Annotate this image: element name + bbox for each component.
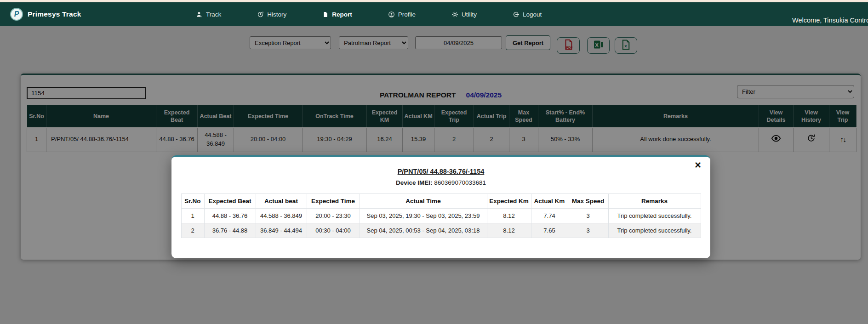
person-pin-icon xyxy=(196,11,203,18)
profile-icon xyxy=(388,11,395,18)
cell-expected-km: 8.12 xyxy=(487,209,531,223)
brand-name: Primesys Track xyxy=(28,10,81,18)
nav-item-utility[interactable]: Utility xyxy=(451,11,477,18)
imei-label: Device IMEI: xyxy=(396,179,433,186)
cell-max-speed: 3 xyxy=(568,209,608,223)
brand: P Primesys Track xyxy=(10,2,81,26)
nav-item-track[interactable]: Track xyxy=(196,11,221,18)
modal-title-link[interactable]: P/PNT/05/ 44.88-36.76/-1154 xyxy=(171,168,710,175)
cell-remarks: Trip completed successfully. xyxy=(608,223,701,238)
cell-actual-km: 7.65 xyxy=(531,223,568,238)
col-header: Expected Km xyxy=(487,194,531,209)
imei-value: 860369070033681 xyxy=(434,179,486,186)
nav-label: Track xyxy=(206,11,221,18)
cell-expected-beat: 44.88 - 36.76 xyxy=(204,209,256,223)
cell-actual-beat: 36.849 - 44.494 xyxy=(256,223,307,238)
nav-item-logout[interactable]: Logout xyxy=(513,11,542,18)
modal-table-row: 2 36.76 - 44.88 36.849 - 44.494 00:30 - … xyxy=(181,223,701,238)
logout-icon xyxy=(513,11,520,18)
cell-expected-time: 00:30 - 04:00 xyxy=(307,223,360,238)
main-nav: Track History Report Profile Utility Log… xyxy=(196,2,542,26)
nav-label: Utility xyxy=(462,11,477,18)
app-logo: P xyxy=(10,8,23,21)
cell-remarks: Trip completed successfully. xyxy=(608,209,701,223)
col-header: Expected Time xyxy=(307,194,360,209)
trip-details-table: Sr.No Expected Beat Actual beat Expected… xyxy=(181,193,701,238)
nav-label: Report xyxy=(332,11,352,18)
cell-expected-beat: 36.76 - 44.88 xyxy=(204,223,256,238)
cell-actual-time: Sep 04, 2025, 00:53 - Sep 04, 2025, 03:1… xyxy=(360,223,487,238)
cell-expected-km: 8.12 xyxy=(487,223,531,238)
col-header: Max Speed xyxy=(568,194,608,209)
cell-max-speed: 3 xyxy=(568,223,608,238)
nav-label: Logout xyxy=(523,11,542,18)
col-header: Remarks xyxy=(608,194,701,209)
col-header: Actual beat xyxy=(256,194,307,209)
col-header: Expected Beat xyxy=(204,194,256,209)
cell-actual-km: 7.74 xyxy=(531,209,568,223)
cell-sr-no: 1 xyxy=(181,209,204,223)
close-icon[interactable]: × xyxy=(695,159,701,171)
cell-actual-time: Sep 03, 2025, 19:30 - Sep 03, 2025, 23:5… xyxy=(360,209,487,223)
welcome-user-text: Welcome, Tinsukia Contro xyxy=(792,17,868,24)
nav-label: History xyxy=(267,11,286,18)
trip-details-modal: × P/PNT/05/ 44.88-36.76/-1154 Device IME… xyxy=(171,155,710,258)
cell-actual-beat: 44.588 - 36.849 xyxy=(256,209,307,223)
nav-item-report[interactable]: Report xyxy=(322,11,352,18)
app-header: P Primesys Track Track History Report Pr… xyxy=(0,2,868,26)
col-header: Sr.No xyxy=(181,194,204,209)
report-file-icon xyxy=(322,11,329,18)
nav-label: Profile xyxy=(398,11,416,18)
modal-table-row: 1 44.88 - 36.76 44.588 - 36.849 20:00 - … xyxy=(181,209,701,223)
history-icon xyxy=(257,11,264,18)
col-header: Actual Km xyxy=(531,194,568,209)
cell-expected-time: 20:00 - 23:30 xyxy=(307,209,360,223)
nav-item-profile[interactable]: Profile xyxy=(388,11,416,18)
nav-item-history[interactable]: History xyxy=(257,11,286,18)
modal-table-header-row: Sr.No Expected Beat Actual beat Expected… xyxy=(181,194,701,209)
gear-icon xyxy=(451,11,458,18)
col-header: Actual Time xyxy=(360,194,487,209)
cell-sr-no: 2 xyxy=(181,223,204,238)
device-imei: Device IMEI: 860369070033681 xyxy=(171,179,710,186)
